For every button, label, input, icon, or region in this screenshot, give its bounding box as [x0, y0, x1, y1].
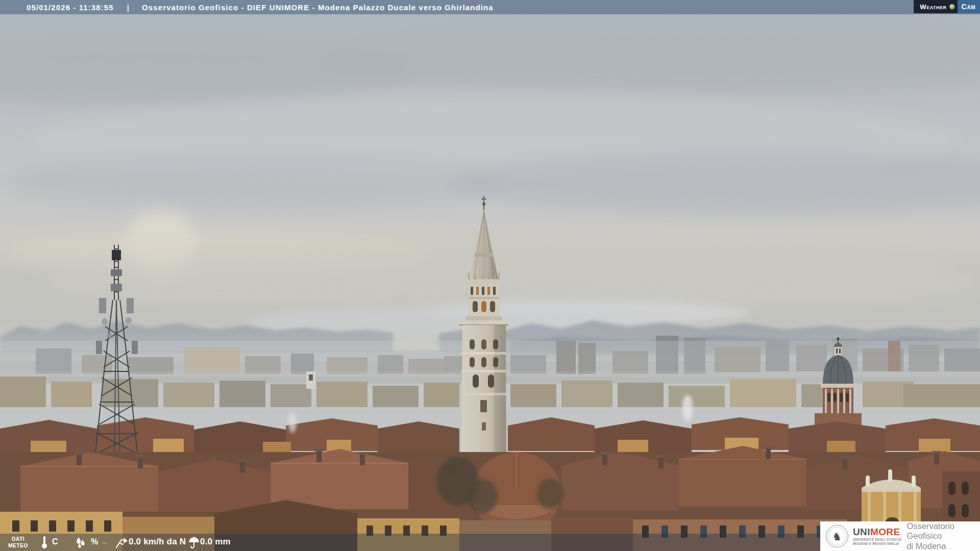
umbrella-icon — [188, 536, 200, 549]
temperature-unit: C — [52, 537, 58, 546]
weathercam-logo: Weather Cam — [914, 0, 980, 13]
observatory-line1: Osservatorio Geofisico — [906, 521, 980, 541]
unimore-wordmark: UNIMORE Università degli Studi di Modena… — [853, 527, 901, 545]
webcam-image — [0, 14, 980, 551]
camera-title: Osservatorio Geofisico - DIEF UNIMORE - … — [142, 3, 494, 12]
humidity-unit: % — [91, 537, 98, 546]
unimore-seal-icon: ♞ — [826, 525, 848, 547]
header-bar: 05/01/2026 - 11:38:55 | Osservatorio Geo… — [0, 0, 980, 14]
unimore-acronym-red: MORE — [870, 527, 900, 537]
wind-vane-icon — [114, 536, 128, 549]
wind-value: 0.0 km/h da N — [129, 537, 186, 547]
observatory-name: Osservatorio Geofisico di Modena — [906, 521, 980, 551]
humidity-drops-icon — [75, 537, 88, 549]
thermometer-icon — [41, 536, 48, 549]
university-name-line1: Università degli Studi di — [853, 538, 901, 541]
meteo-label: DATI METEO — [8, 536, 28, 549]
webcam-page: 05/01/2026 - 11:38:55 | Osservatorio Geo… — [0, 0, 980, 551]
weathercam-word1: Weather — [920, 3, 946, 11]
timestamp: 05/01/2026 - 11:38:55 — [27, 3, 114, 12]
unimore-branding: ♞ UNIMORE Università degli Studi di Mode… — [820, 521, 980, 551]
weathercam-globe-icon — [949, 4, 955, 10]
meteo-label-line2: METEO — [8, 542, 28, 549]
precipitation-value: 0.0 mm — [200, 537, 231, 547]
humidity-value: _ — [102, 535, 107, 544]
unimore-acronym-gray: UNI — [853, 527, 870, 537]
header-separator: | — [127, 3, 130, 12]
university-name-line2: Modena e Reggio Emilia — [853, 542, 901, 545]
weathercam-word2: Cam — [958, 0, 980, 13]
meteo-label-line1: DATI — [8, 536, 28, 542]
observatory-line2: di Modena — [906, 541, 980, 551]
